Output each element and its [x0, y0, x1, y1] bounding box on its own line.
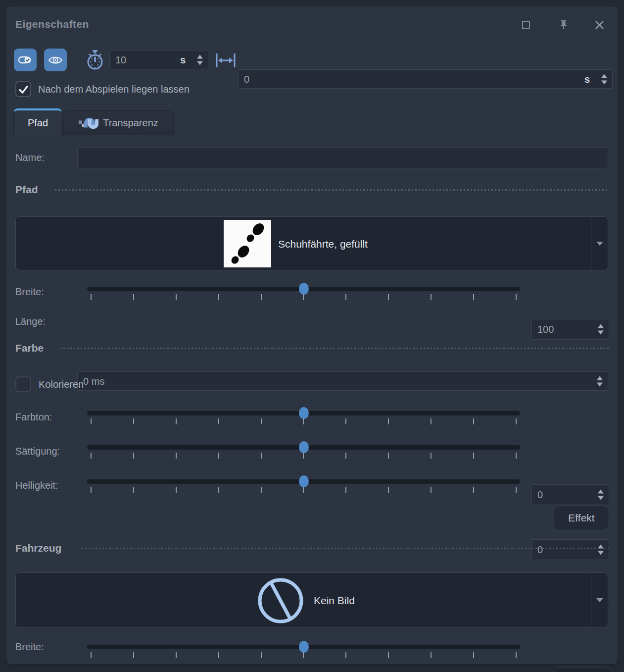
slider-ticks: [87, 487, 520, 493]
tick: [303, 418, 304, 424]
transparency-icon: [78, 115, 98, 131]
path-width-spinner[interactable]: [598, 324, 604, 335]
delay-unit: s: [584, 73, 590, 85]
tick: [388, 418, 389, 424]
spin-down-icon[interactable]: [197, 61, 203, 65]
brightness-label: Helligkeit:: [15, 475, 58, 496]
tick: [133, 453, 134, 459]
loop-toggle-button[interactable]: [14, 49, 37, 71]
name-label: Name:: [15, 147, 45, 168]
slider-handle[interactable]: [299, 441, 309, 453]
path-width-label: Breite:: [15, 281, 44, 302]
spin-up-icon[interactable]: [197, 54, 203, 58]
tick: [516, 652, 517, 658]
tick: [218, 418, 219, 424]
delay-spinner[interactable]: [601, 74, 607, 84]
tick: [261, 418, 262, 424]
keep-after-play-label[interactable]: Nach dem Abspielen liegen lassen: [38, 81, 190, 97]
path-section-header: Pfad: [15, 184, 38, 196]
spin-up-icon[interactable]: [601, 74, 607, 78]
path-length-value: 0 ms: [83, 375, 104, 387]
slider-handle[interactable]: [299, 407, 309, 419]
slider-handle[interactable]: [299, 641, 309, 653]
section-divider: [82, 548, 609, 549]
saturation-slider[interactable]: [87, 441, 520, 465]
path-width-slider[interactable]: [87, 283, 520, 307]
spin-up-icon[interactable]: [598, 490, 604, 494]
tick: [388, 453, 389, 459]
name-field[interactable]: [77, 147, 608, 168]
path-style-combobox[interactable]: Schuhfährte, gefüllt: [15, 216, 608, 270]
tick: [91, 418, 92, 424]
tick: [261, 453, 262, 459]
tab-transparenz-label: Transparenz: [103, 117, 158, 129]
slider-handle[interactable]: [299, 475, 309, 487]
duration-spinbox[interactable]: 10 s: [109, 50, 208, 69]
pin-icon: [559, 19, 568, 30]
slider-handle[interactable]: [299, 283, 309, 295]
effect-button[interactable]: Effekt: [554, 506, 609, 530]
brightness-slider[interactable]: [87, 475, 520, 499]
tick: [388, 294, 389, 300]
visibility-toggle-button[interactable]: [44, 49, 67, 71]
tick: [218, 652, 219, 658]
vehicle-image-dropdown-button[interactable]: [591, 573, 608, 627]
path-style-dropdown-button[interactable]: [591, 217, 608, 270]
vehicle-width-slider[interactable]: [87, 641, 520, 665]
color-section-header: Farbe: [15, 342, 44, 354]
tick: [303, 294, 304, 300]
spin-down-icon[interactable]: [598, 551, 604, 555]
duration-unit: s: [180, 54, 186, 65]
saturation-value: 0: [537, 544, 543, 556]
path-length-spinbox[interactable]: 0 ms: [77, 371, 608, 391]
keep-after-play-checkbox[interactable]: [15, 81, 31, 97]
pin-button[interactable]: [557, 18, 570, 31]
saturation-spinner[interactable]: [598, 545, 604, 555]
tick: [176, 418, 177, 424]
colorize-checkbox[interactable]: [15, 376, 31, 392]
duration-spinner[interactable]: [197, 54, 203, 65]
float-window-button[interactable]: [520, 18, 532, 31]
path-width-value: 100: [537, 324, 554, 335]
path-width-spinbox[interactable]: 100: [531, 319, 609, 340]
slider-ticks: [87, 453, 520, 459]
duration-width-icon: [214, 52, 237, 69]
close-button[interactable]: [593, 18, 606, 31]
section-divider: [55, 189, 609, 191]
tick: [91, 487, 92, 493]
spin-down-icon[interactable]: [597, 382, 603, 386]
path-length-spinner[interactable]: [597, 376, 603, 386]
tick: [176, 294, 177, 300]
tick: [431, 487, 432, 493]
hue-spinbox[interactable]: 0: [531, 484, 609, 505]
name-input[interactable]: [78, 148, 608, 168]
colorize-label[interactable]: Kolorieren: [39, 376, 84, 392]
hue-value: 0: [537, 489, 543, 501]
tick: [176, 652, 177, 658]
vehicle-image-combobox[interactable]: Kein Bild: [15, 572, 608, 628]
hue-spinner[interactable]: [598, 490, 604, 500]
spin-down-icon[interactable]: [598, 496, 604, 500]
effect-button-cutoff[interactable]: [554, 668, 612, 672]
tick: [176, 487, 177, 493]
spin-down-icon[interactable]: [598, 331, 604, 335]
footprints-image: [224, 220, 271, 267]
tick: [345, 487, 346, 493]
vehicle-width-label: Breite:: [15, 636, 44, 657]
tick: [133, 294, 134, 300]
tick: [473, 652, 474, 658]
spin-down-icon[interactable]: [601, 80, 607, 84]
tick: [261, 294, 262, 300]
spin-up-icon[interactable]: [597, 376, 603, 380]
delay-spinbox[interactable]: 0 s: [238, 69, 613, 89]
hue-slider[interactable]: [87, 407, 520, 431]
close-icon: [594, 20, 605, 30]
tick: [261, 652, 262, 658]
saturation-spinbox[interactable]: 0: [531, 539, 609, 560]
tab-pfad[interactable]: Pfad: [13, 108, 62, 135]
tick: [473, 453, 474, 459]
tick: [133, 418, 134, 424]
tab-transparenz[interactable]: Transparenz: [62, 110, 174, 135]
spin-up-icon[interactable]: [598, 324, 604, 328]
tick: [91, 652, 92, 658]
